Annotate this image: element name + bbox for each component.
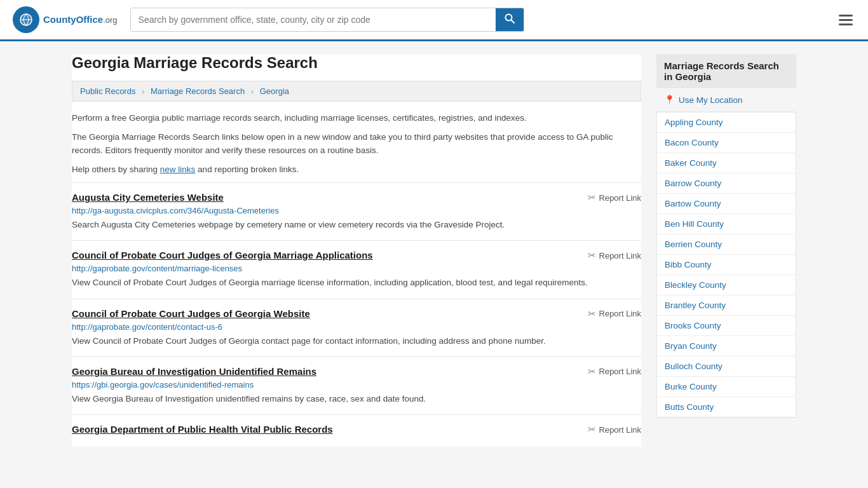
county-link[interactable]: Bleckley County	[657, 275, 796, 295]
search-input[interactable]	[131, 8, 496, 31]
sidebar-title: Marriage Records Search in Georgia	[656, 54, 796, 88]
list-item: Brooks County	[657, 316, 796, 336]
list-item: Bibb County	[657, 255, 796, 275]
use-my-location-btn[interactable]: 📍 Use My Location	[656, 88, 796, 112]
desc-p3: Help others by sharing new links and rep…	[72, 163, 641, 176]
result-desc: View Council of Probate Court Judges of …	[72, 335, 641, 348]
new-links-link[interactable]: new links	[160, 165, 196, 174]
use-location-label: Use My Location	[679, 95, 743, 105]
result-card: Georgia Bureau of Investigation Unidenti…	[72, 356, 641, 414]
county-link[interactable]: Ben Hill County	[657, 214, 796, 234]
result-title[interactable]: Georgia Department of Public Health Vita…	[72, 424, 333, 435]
main-layout: Georgia Marriage Records Search Public R…	[59, 41, 809, 459]
breadcrumb-public-records[interactable]: Public Records	[80, 86, 135, 96]
report-icon: ✂	[588, 192, 596, 203]
result-desc: View Council of Probate Court Judges of …	[72, 276, 641, 289]
result-url[interactable]: http://gaprobate.gov/content/contact-us-…	[72, 322, 641, 332]
county-link[interactable]: Brooks County	[657, 316, 796, 336]
sidebar: Marriage Records Search in Georgia 📍 Use…	[656, 54, 796, 447]
logo[interactable]: CountyOffice.org	[13, 6, 118, 33]
content-area: Georgia Marriage Records Search Public R…	[72, 54, 641, 447]
result-card: Council of Probate Court Judges of Georg…	[72, 240, 641, 298]
result-header: Georgia Bureau of Investigation Unidenti…	[72, 366, 641, 377]
list-item: Bacon County	[657, 133, 796, 153]
county-link[interactable]: Bryan County	[657, 336, 796, 356]
county-link[interactable]: Butts County	[657, 397, 796, 417]
site-header: CountyOffice.org	[0, 0, 868, 41]
logo-text: CountyOffice.org	[43, 14, 118, 25]
list-item: Berrien County	[657, 234, 796, 255]
result-url[interactable]: http://gaprobate.gov/content/marriage-li…	[72, 264, 641, 273]
svg-line-4	[511, 20, 514, 24]
breadcrumb-marriage-records[interactable]: Marriage Records Search	[151, 86, 245, 96]
breadcrumb-georgia[interactable]: Georgia	[260, 86, 289, 96]
results-list: Augusta City Cemeteries Website ✂ Report…	[72, 182, 641, 447]
county-link[interactable]: Brantley County	[657, 295, 796, 315]
list-item: Baker County	[657, 153, 796, 173]
result-header: Council of Probate Court Judges of Georg…	[72, 250, 641, 261]
county-link[interactable]: Baker County	[657, 153, 796, 173]
report-icon: ✂	[588, 250, 596, 261]
result-card: Georgia Department of Public Health Vita…	[72, 414, 641, 447]
list-item: Bryan County	[657, 336, 796, 356]
breadcrumb-sep-1: ›	[142, 86, 144, 96]
desc-p2: The Georgia Marriage Records Search link…	[72, 131, 641, 157]
location-pin-icon: 📍	[664, 95, 675, 105]
breadcrumb-sep-2: ›	[251, 86, 254, 96]
page-title: Georgia Marriage Records Search	[72, 54, 641, 72]
result-title[interactable]: Council of Probate Court Judges of Georg…	[72, 250, 373, 261]
description-area: Perform a free Georgia public marriage r…	[72, 112, 641, 176]
desc-p1: Perform a free Georgia public marriage r…	[72, 112, 641, 125]
result-title[interactable]: Augusta City Cemeteries Website	[72, 192, 224, 203]
county-link[interactable]: Bartow County	[657, 194, 796, 214]
report-link-btn[interactable]: ✂ Report Link	[588, 250, 641, 261]
search-button[interactable]	[496, 8, 524, 31]
county-link[interactable]: Bacon County	[657, 133, 796, 152]
list-item: Burke County	[657, 377, 796, 397]
county-link[interactable]: Barrow County	[657, 173, 796, 193]
report-link-btn[interactable]: ✂ Report Link	[588, 366, 641, 377]
county-link[interactable]: Berrien County	[657, 234, 796, 254]
list-item: Bulloch County	[657, 356, 796, 377]
result-desc: Search Augusta City Cemeteries webpage b…	[72, 219, 641, 231]
list-item: Bleckley County	[657, 275, 796, 295]
report-link-btn[interactable]: ✂ Report Link	[588, 192, 641, 203]
menu-button[interactable]	[836, 12, 855, 28]
list-item: Ben Hill County	[657, 214, 796, 234]
list-item: Barrow County	[657, 173, 796, 194]
result-url[interactable]: http://ga-augusta.civicplus.com/346/Augu…	[72, 206, 641, 215]
result-header: Georgia Department of Public Health Vita…	[72, 424, 641, 435]
result-card: Council of Probate Court Judges of Georg…	[72, 299, 641, 356]
report-icon: ✂	[588, 424, 596, 435]
list-item: Appling County	[657, 112, 796, 133]
report-icon: ✂	[588, 308, 596, 320]
logo-icon	[13, 6, 39, 33]
result-desc: View Georgia Bureau of Investigation uni…	[72, 393, 641, 405]
result-title[interactable]: Georgia Bureau of Investigation Unidenti…	[72, 366, 316, 377]
list-item: Brantley County	[657, 295, 796, 316]
county-list: Appling CountyBacon CountyBaker CountyBa…	[656, 112, 796, 418]
result-url[interactable]: https://gbi.georgia.gov/cases/unidentifi…	[72, 380, 641, 390]
list-item: Bartow County	[657, 194, 796, 214]
list-item: Butts County	[657, 397, 796, 417]
breadcrumb: Public Records › Marriage Records Search…	[72, 81, 641, 102]
result-card: Augusta City Cemeteries Website ✂ Report…	[72, 182, 641, 240]
county-link[interactable]: Bulloch County	[657, 356, 796, 376]
report-icon: ✂	[588, 366, 596, 377]
search-bar	[130, 8, 524, 32]
result-header: Council of Probate Court Judges of Georg…	[72, 308, 641, 320]
report-link-btn[interactable]: ✂ Report Link	[588, 308, 641, 320]
county-link[interactable]: Appling County	[657, 112, 796, 132]
county-link[interactable]: Bibb County	[657, 255, 796, 274]
result-header: Augusta City Cemeteries Website ✂ Report…	[72, 192, 641, 203]
county-link[interactable]: Burke County	[657, 377, 796, 396]
result-title[interactable]: Council of Probate Court Judges of Georg…	[72, 308, 310, 319]
report-link-btn[interactable]: ✂ Report Link	[588, 424, 641, 435]
